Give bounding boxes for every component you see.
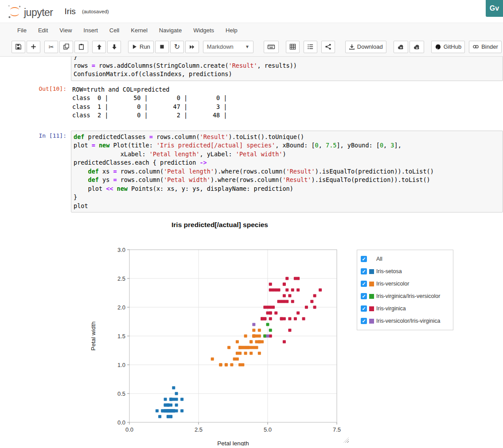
menu-view[interactable]: View — [54, 25, 78, 36]
svg-text:2.0: 2.0 — [117, 304, 125, 311]
legend-item-iris-virginica-iris-versicolor[interactable]: Iris-virginica/Iris-versicolor — [361, 290, 453, 302]
svg-text:1.5: 1.5 — [117, 333, 125, 340]
keyboard-icon — [267, 43, 275, 50]
run-button[interactable]: Run — [128, 41, 154, 53]
keyboard-shortcuts-button[interactable] — [264, 41, 279, 53]
toolbar: ✂ Run ↻ Markdown — [0, 37, 503, 56]
menu-cell[interactable]: Cell — [104, 25, 125, 36]
series-color-swatch — [369, 319, 374, 324]
cell-type-value: Markdown — [207, 43, 234, 50]
menu-edit[interactable]: Edit — [32, 25, 54, 36]
series-color-swatch — [369, 269, 374, 274]
series-color-swatch — [369, 306, 374, 311]
svg-text:1.0: 1.0 — [117, 362, 125, 368]
code-editor-previous[interactable]: }rows = rows.addColumns(StringColumn.cre… — [71, 57, 503, 81]
menu-file[interactable]: File — [12, 25, 32, 36]
plus-icon — [30, 43, 37, 50]
svg-text:7.5: 7.5 — [333, 426, 341, 433]
binder-button[interactable]: Binder — [469, 41, 502, 53]
plot-legend: All Iris-setosa Iris-versicolor Iris-vir… — [357, 250, 453, 330]
insert-cell-button[interactable] — [27, 41, 40, 53]
restart-kernel-button[interactable]: ↻ — [170, 41, 184, 53]
restart-run-all-button[interactable] — [185, 41, 199, 53]
github-button[interactable]: GitHub — [431, 41, 465, 53]
menu-insert[interactable]: Insert — [78, 25, 104, 36]
svg-text:2.5: 2.5 — [117, 275, 125, 282]
svg-text:Petal width: Petal width — [90, 321, 97, 351]
arrow-down-icon — [111, 44, 117, 50]
svg-text:5.0: 5.0 — [264, 426, 272, 433]
save-button[interactable] — [12, 41, 25, 53]
checkbox-checked-icon[interactable] — [361, 256, 367, 262]
binder-label: Binder — [481, 43, 498, 50]
notebook-area: }rows = rows.addColumns(StringColumn.cre… — [0, 57, 503, 448]
notebook-title[interactable]: Iris — [65, 7, 76, 16]
checkbox-checked-icon[interactable] — [361, 293, 367, 299]
autosave-status: (autosaved) — [82, 9, 109, 14]
jupyter-logo[interactable]: jupyter — [7, 4, 53, 19]
fast-forward-icon — [189, 44, 195, 50]
scatter-plot[interactable]: 0.02.55.07.50.00.51.01.52.02.53.0Petal l… — [82, 239, 353, 446]
menu-help[interactable]: Help — [220, 25, 243, 36]
app-name: jupyter — [24, 8, 53, 19]
output-prompt-empty — [0, 212, 71, 448]
menu-kernel[interactable]: Kernel — [125, 25, 153, 36]
interrupt-kernel-button[interactable] — [155, 41, 169, 53]
cloud-upload-button[interactable] — [394, 41, 408, 53]
legend-item-all[interactable]: All — [361, 253, 453, 265]
save-icon — [15, 43, 22, 50]
input-prompt — [0, 57, 71, 81]
share-button[interactable] — [321, 41, 335, 53]
code-editor-in11[interactable]: def predictedClasses = rows.column('Resu… — [71, 131, 503, 213]
list-icon — [307, 43, 314, 50]
run-label: Run — [140, 43, 150, 50]
legend-item-iris-versicolor-iris-virginica[interactable]: Iris-versicolor/Iris-virginica — [361, 315, 453, 327]
svg-text:3.0: 3.0 — [117, 247, 125, 253]
paste-icon — [78, 43, 85, 50]
cut-cell-button[interactable]: ✂ — [44, 41, 58, 53]
move-cell-down-button[interactable] — [107, 41, 121, 53]
share-icon — [325, 43, 331, 50]
code-cell-in11: In [11]: def predictedClasses = rows.col… — [0, 131, 503, 213]
refresh-icon: ↻ — [174, 43, 180, 50]
cloud-upload-icon — [397, 44, 405, 50]
cloud-download-icon — [413, 44, 421, 50]
legend-item-iris-setosa[interactable]: Iris-setosa — [361, 265, 453, 278]
copy-cell-button[interactable] — [59, 41, 73, 53]
notebook-chrome: File Edit View Insert Cell Kernel Naviga… — [0, 23, 503, 57]
grid-view-button[interactable] — [286, 41, 300, 53]
kernel-logo-badge[interactable]: Gv — [486, 0, 503, 17]
stop-icon — [159, 44, 165, 50]
legend-item-iris-virginica[interactable]: Iris-virginica — [361, 302, 453, 315]
checkbox-checked-icon[interactable] — [361, 305, 367, 312]
paste-cell-button[interactable] — [74, 41, 88, 53]
arrow-up-icon — [96, 44, 102, 50]
svg-text:0.5: 0.5 — [117, 390, 125, 397]
plot-output: Iris predicted[/actual] species 0.02.55.… — [71, 212, 503, 448]
checkbox-checked-icon[interactable] — [361, 318, 367, 324]
chart-title: Iris predicted[/actual] species — [84, 221, 355, 229]
download-button[interactable]: Download — [345, 41, 386, 53]
scissors-icon: ✂ — [49, 44, 54, 50]
cloud-download-button[interactable] — [409, 41, 424, 53]
menu-widgets[interactable]: Widgets — [187, 25, 220, 36]
jupyter-logo-icon — [7, 4, 22, 19]
github-label: GitHub — [444, 43, 461, 50]
checkbox-checked-icon[interactable] — [361, 268, 367, 274]
play-icon — [132, 44, 137, 50]
output-cell-out10: Out[10]: ROW=truth and COL=predicted cla… — [0, 84, 503, 120]
move-cell-up-button[interactable] — [92, 41, 106, 53]
confusion-matrix-output: ROW=truth and COL=predicted class 0 | 50… — [72, 85, 503, 120]
github-icon — [435, 43, 441, 50]
cell-type-select[interactable]: Markdown — [203, 41, 253, 53]
download-label: Download — [357, 43, 383, 50]
legend-item-iris-versicolor[interactable]: Iris-versicolor — [361, 278, 453, 290]
menu-navigate[interactable]: Navigate — [153, 25, 187, 36]
chevron-down-icon — [245, 44, 250, 49]
series-color-swatch — [369, 294, 374, 299]
grid-icon — [289, 43, 296, 50]
checkbox-checked-icon[interactable] — [361, 281, 367, 287]
copy-icon — [63, 43, 70, 50]
svg-text:0.0: 0.0 — [125, 426, 133, 433]
toc-button[interactable] — [304, 41, 317, 53]
